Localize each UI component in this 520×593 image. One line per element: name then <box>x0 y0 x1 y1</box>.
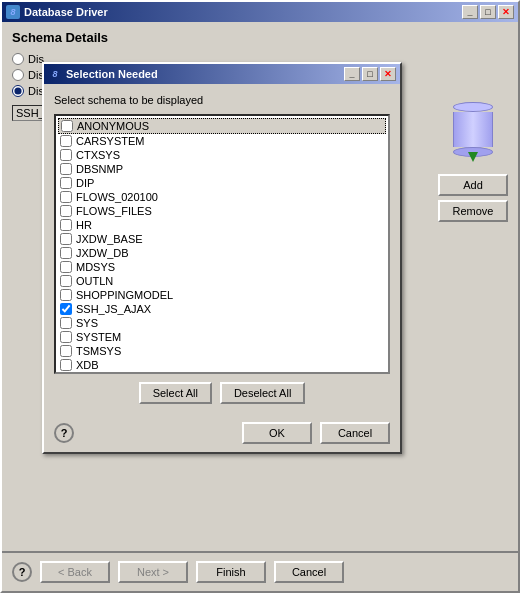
schema-item[interactable]: JXDW_DB <box>58 246 386 260</box>
schema-item[interactable]: XDB <box>58 358 386 372</box>
main-title-text: Database Driver <box>24 6 108 18</box>
back-button[interactable]: < Back <box>40 561 110 583</box>
dialog-help-button[interactable]: ? <box>54 423 74 443</box>
schema-checkbox[interactable] <box>60 205 72 217</box>
schema-checkbox[interactable] <box>61 120 73 132</box>
radio-dis1[interactable] <box>12 53 24 65</box>
schema-checkbox[interactable] <box>60 233 72 245</box>
schema-item[interactable]: ANONYMOUS <box>58 118 386 134</box>
schema-name: CARSYSTEM <box>76 135 144 147</box>
schema-name: DIP <box>76 177 94 189</box>
schema-item[interactable]: CTXSYS <box>58 148 386 162</box>
schema-checkbox[interactable] <box>60 135 72 147</box>
maximize-button[interactable]: □ <box>480 5 496 19</box>
select-all-button[interactable]: Select All <box>139 382 212 404</box>
schema-checkbox[interactable] <box>60 303 72 315</box>
schema-name: SHOPPINGMODEL <box>76 289 173 301</box>
schema-name: SYS <box>76 317 98 329</box>
right-panel: Add Remove <box>438 102 508 222</box>
schema-checkbox[interactable] <box>60 289 72 301</box>
dialog-title-icon: 8 <box>48 67 62 81</box>
main-help-button[interactable]: ? <box>12 562 32 582</box>
dialog-titlebar: 8 Selection Needed _ □ ✕ <box>44 64 400 84</box>
schema-name: JXDW_BASE <box>76 233 143 245</box>
dialog-cancel-button[interactable]: Cancel <box>320 422 390 444</box>
db-body <box>453 112 493 147</box>
dialog-maximize-button[interactable]: □ <box>362 67 378 81</box>
remove-button[interactable]: Remove <box>438 200 508 222</box>
schema-name: ANONYMOUS <box>77 120 149 132</box>
close-button[interactable]: ✕ <box>498 5 514 19</box>
schema-name: MDSYS <box>76 261 115 273</box>
dialog-close-button[interactable]: ✕ <box>380 67 396 81</box>
schema-checkbox[interactable] <box>60 177 72 189</box>
schema-item[interactable]: FLOWS_FILES <box>58 204 386 218</box>
dialog-instruction: Select schema to be displayed <box>54 94 390 106</box>
minimize-button[interactable]: _ <box>462 5 478 19</box>
ok-button[interactable]: OK <box>242 422 312 444</box>
schema-name: XDB <box>76 359 99 371</box>
schema-checkbox[interactable] <box>60 261 72 273</box>
schema-name: TSMSYS <box>76 345 121 357</box>
main-title-icon: 8 <box>6 5 20 19</box>
db-arrow <box>468 152 478 162</box>
schema-item[interactable]: SYSTEM <box>58 330 386 344</box>
schema-name: SYSTEM <box>76 331 121 343</box>
schema-item[interactable]: TSMSYS <box>58 344 386 358</box>
deselect-all-button[interactable]: Deselect All <box>220 382 305 404</box>
schema-name: DBSNMP <box>76 163 123 175</box>
selection-dialog: 8 Selection Needed _ □ ✕ Select schema t… <box>42 62 402 454</box>
dialog-footer: ? OK Cancel <box>44 414 400 452</box>
schema-details-label: Schema Details <box>12 30 508 45</box>
schema-checkbox[interactable] <box>60 275 72 287</box>
schema-item[interactable]: DIP <box>58 176 386 190</box>
schema-checkbox[interactable] <box>60 331 72 343</box>
radio-dis3[interactable] <box>12 85 24 97</box>
schema-item[interactable]: DBSNMP <box>58 162 386 176</box>
schema-item[interactable]: SHOPPINGMODEL <box>58 288 386 302</box>
schema-name: FLOWS_FILES <box>76 205 152 217</box>
schema-checkbox[interactable] <box>60 149 72 161</box>
schema-checkbox[interactable] <box>60 317 72 329</box>
schema-checkbox[interactable] <box>60 359 72 371</box>
main-window: 8 Database Driver _ □ ✕ Schema Details D… <box>0 0 520 593</box>
db-top <box>453 102 493 112</box>
db-icon <box>438 102 508 162</box>
main-titlebar-buttons: _ □ ✕ <box>462 5 514 19</box>
dialog-footer-buttons: OK Cancel <box>242 422 390 444</box>
dialog-titlebar-buttons: _ □ ✕ <box>344 67 396 81</box>
add-button[interactable]: Add <box>438 174 508 196</box>
schema-name: JXDW_DB <box>76 247 129 259</box>
schema-item[interactable]: SYS <box>58 316 386 330</box>
schema-item[interactable]: JXDW_BASE <box>58 232 386 246</box>
dialog-minimize-button[interactable]: _ <box>344 67 360 81</box>
schema-checkbox[interactable] <box>60 247 72 259</box>
dialog-title-text: Selection Needed <box>66 68 158 80</box>
dialog-actions: Select All Deselect All <box>54 382 390 404</box>
radio-dis2[interactable] <box>12 69 24 81</box>
next-button[interactable]: Next > <box>118 561 188 583</box>
schema-item[interactable]: SSH_JS_AJAX <box>58 302 386 316</box>
schema-name: SSH_JS_AJAX <box>76 303 151 315</box>
schema-checkbox[interactable] <box>60 163 72 175</box>
schema-list[interactable]: ANONYMOUSCARSYSTEMCTXSYSDBSNMPDIPFLOWS_0… <box>54 114 390 374</box>
schema-name: HR <box>76 219 92 231</box>
schema-item[interactable]: OUTLN <box>58 274 386 288</box>
schema-item[interactable]: FLOWS_020100 <box>58 190 386 204</box>
schema-checkbox[interactable] <box>60 219 72 231</box>
dialog-content: Select schema to be displayed ANONYMOUSC… <box>44 84 400 414</box>
schema-checkbox[interactable] <box>60 191 72 203</box>
main-footer: ? < Back Next > Finish Cancel <box>2 551 518 591</box>
schema-name: CTXSYS <box>76 149 120 161</box>
main-cancel-button[interactable]: Cancel <box>274 561 344 583</box>
schema-name: OUTLN <box>76 275 113 287</box>
schema-item[interactable]: CARSYSTEM <box>58 134 386 148</box>
schema-item[interactable]: HR <box>58 218 386 232</box>
main-titlebar: 8 Database Driver _ □ ✕ <box>2 2 518 22</box>
schema-name: FLOWS_020100 <box>76 191 158 203</box>
finish-button[interactable]: Finish <box>196 561 266 583</box>
schema-item[interactable]: MDSYS <box>58 260 386 274</box>
schema-checkbox[interactable] <box>60 345 72 357</box>
